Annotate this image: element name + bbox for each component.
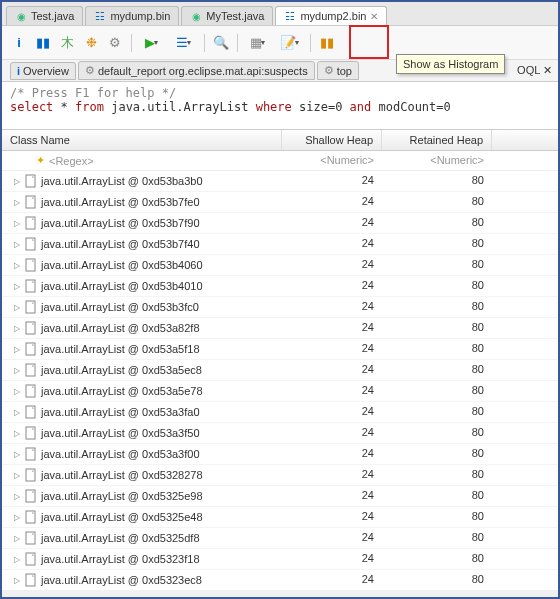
table-row[interactable]: ▷java.util.ArrayList @ 0xd53b7f902480 [2, 213, 558, 234]
expander-icon[interactable]: ▷ [12, 408, 21, 417]
object-icon [24, 279, 38, 293]
row-name: java.util.ArrayList @ 0xd53ba3b0 [41, 175, 203, 187]
tab-top[interactable]: ⚙top [317, 61, 359, 80]
editor-tab[interactable]: ◉Test.java [6, 6, 83, 25]
row-retained: 80 [382, 402, 492, 422]
row-shallow: 24 [282, 192, 382, 212]
object-icon [24, 573, 38, 587]
table-row[interactable]: ▷java.util.ArrayList @ 0xd53282782480 [2, 465, 558, 486]
expander-icon[interactable]: ▷ [12, 471, 21, 480]
row-retained: 80 [382, 528, 492, 548]
regex-filter[interactable]: <Regex> [49, 155, 94, 167]
table-row[interactable]: ▷java.util.ArrayList @ 0xd5323f182480 [2, 549, 558, 570]
object-icon [24, 384, 38, 398]
expander-icon[interactable]: ▷ [12, 555, 21, 564]
row-name: java.util.ArrayList @ 0xd5325e98 [41, 490, 203, 502]
tab-oql[interactable]: OQL ✕ [517, 64, 558, 77]
object-icon [24, 405, 38, 419]
query-text: select * from java.util.ArrayList where … [10, 100, 550, 114]
table-header: Class Name Shallow Heap Retained Heap [2, 130, 558, 151]
show-histogram-button[interactable]: ▮▮ [316, 32, 338, 54]
tree-icon[interactable]: ⽊ [56, 32, 78, 54]
table-row[interactable]: ▷java.util.ArrayList @ 0xd53b7fe02480 [2, 192, 558, 213]
table-row[interactable]: ▷java.util.ArrayList @ 0xd53a3fa02480 [2, 402, 558, 423]
row-name: java.util.ArrayList @ 0xd5325e48 [41, 511, 203, 523]
row-shallow: 24 [282, 465, 382, 485]
tab-default-report[interactable]: ⚙default_report org.eclipse.mat.api:susp… [78, 61, 315, 80]
table-row[interactable]: ▷java.util.ArrayList @ 0xd53a5f182480 [2, 339, 558, 360]
editor-tab[interactable]: ☷mydump.bin [85, 6, 179, 25]
expander-icon[interactable]: ▷ [12, 303, 21, 312]
info-icon[interactable]: i [8, 32, 30, 54]
toolbar: i ▮▮ ⽊ ❉ ⚙ ▶▼ ☰▼ 🔍 ▦▼ 📝▼ ▮▮ Show as Hist… [2, 26, 558, 60]
row-shallow: 24 [282, 486, 382, 506]
expander-icon[interactable]: ▷ [12, 177, 21, 186]
table-row[interactable]: ▷java.util.ArrayList @ 0xd53b40102480 [2, 276, 558, 297]
expander-icon[interactable]: ▷ [12, 429, 21, 438]
tab-label: top [337, 65, 352, 77]
expander-icon[interactable]: ▷ [12, 450, 21, 459]
expander-icon[interactable]: ▷ [12, 240, 21, 249]
table-row[interactable]: ▷java.util.ArrayList @ 0xd53b7f402480 [2, 234, 558, 255]
expander-icon[interactable]: ▷ [12, 534, 21, 543]
histogram-icon[interactable]: ▮▮ [32, 32, 54, 54]
row-name: java.util.ArrayList @ 0xd5328278 [41, 469, 203, 481]
row-shallow: 24 [282, 423, 382, 443]
table-row[interactable]: ▷java.util.ArrayList @ 0xd53a3f502480 [2, 423, 558, 444]
table-row[interactable]: ▷java.util.ArrayList @ 0xd5325df82480 [2, 528, 558, 549]
editor-tab[interactable]: ☷mydump2.bin ✕ [275, 6, 387, 25]
editor-tab[interactable]: ◉MyTest.java [181, 6, 273, 25]
expander-icon[interactable]: ▷ [12, 324, 21, 333]
table-row[interactable]: ▷java.util.ArrayList @ 0xd53b3fc02480 [2, 297, 558, 318]
expander-icon[interactable]: ▷ [12, 282, 21, 291]
table-row[interactable]: ▷java.util.ArrayList @ 0xd53a3f002480 [2, 444, 558, 465]
gear-icon: ⚙ [324, 64, 334, 77]
row-retained: 80 [382, 234, 492, 254]
layout-dropdown[interactable]: ▦▼ [243, 32, 273, 54]
db-icon: ☷ [94, 10, 106, 22]
expander-icon[interactable]: ▷ [12, 198, 21, 207]
table-row[interactable]: ▷java.util.ArrayList @ 0xd53ba3b02480 [2, 171, 558, 192]
tab-overview[interactable]: iOverview [10, 62, 76, 80]
numeric-filter-retained[interactable]: <Numeric> [382, 151, 492, 170]
expander-icon[interactable]: ▷ [12, 387, 21, 396]
export-dropdown[interactable]: 📝▼ [275, 32, 305, 54]
table-row[interactable]: ▷java.util.ArrayList @ 0xd5325e482480 [2, 507, 558, 528]
table-row[interactable]: ▷java.util.ArrayList @ 0xd53a82f82480 [2, 318, 558, 339]
close-icon[interactable]: ✕ [370, 11, 378, 22]
gear-icon[interactable]: ⚙ [104, 32, 126, 54]
separator [204, 34, 205, 52]
expander-icon[interactable]: ▷ [12, 492, 21, 501]
object-icon [24, 195, 38, 209]
col-shallow-heap[interactable]: Shallow Heap [282, 130, 382, 150]
row-retained: 80 [382, 213, 492, 233]
col-class-name[interactable]: Class Name [2, 130, 282, 150]
table-row[interactable]: ▷java.util.ArrayList @ 0xd53b40602480 [2, 255, 558, 276]
table-row[interactable]: ▷java.util.ArrayList @ 0xd5323ec82480 [2, 570, 558, 590]
expander-icon[interactable]: ▷ [12, 576, 21, 585]
expander-icon[interactable]: ▷ [12, 366, 21, 375]
threads-icon[interactable]: ❉ [80, 32, 102, 54]
search-icon[interactable]: 🔍 [210, 32, 232, 54]
table-row[interactable]: ▷java.util.ArrayList @ 0xd53a5e782480 [2, 381, 558, 402]
query-editor[interactable]: /* Press F1 for help */ select * from ja… [2, 82, 558, 130]
row-retained: 80 [382, 297, 492, 317]
row-shallow: 24 [282, 402, 382, 422]
col-retained-heap[interactable]: Retained Heap [382, 130, 492, 150]
query-dropdown[interactable]: ☰▼ [169, 32, 199, 54]
editor-tabs: ◉Test.java☷mydump.bin◉MyTest.java☷mydump… [2, 2, 558, 26]
object-icon [24, 321, 38, 335]
expander-icon[interactable]: ▷ [12, 513, 21, 522]
numeric-filter-shallow[interactable]: <Numeric> [282, 151, 382, 170]
regex-icon: ✦ [36, 154, 45, 167]
run-dropdown[interactable]: ▶▼ [137, 32, 167, 54]
expander-icon[interactable]: ▷ [12, 261, 21, 270]
table-row[interactable]: ▷java.util.ArrayList @ 0xd5325e982480 [2, 486, 558, 507]
expander-icon[interactable]: ▷ [12, 345, 21, 354]
object-icon [24, 258, 38, 272]
row-retained: 80 [382, 318, 492, 338]
expander-icon[interactable]: ▷ [12, 219, 21, 228]
table-row[interactable]: ▷java.util.ArrayList @ 0xd53a5ec82480 [2, 360, 558, 381]
object-icon [24, 216, 38, 230]
filter-row: ✦<Regex> <Numeric> <Numeric> [2, 151, 558, 171]
